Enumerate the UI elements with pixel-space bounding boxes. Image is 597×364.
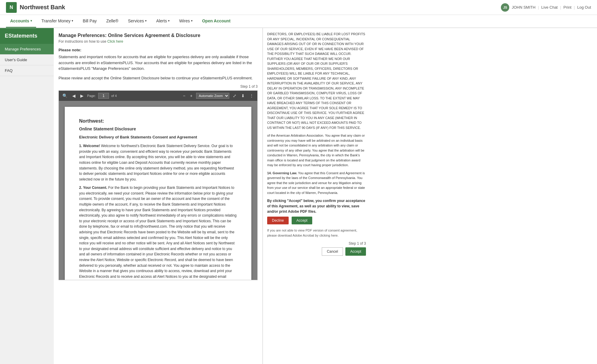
zoom-in-button[interactable]: + (189, 93, 194, 99)
download-icon[interactable]: ⬇ (240, 93, 246, 99)
pdf-section1-title: 1. Welcome! (79, 144, 100, 148)
page-label: Page: (87, 94, 96, 98)
chevron-down-icon: ▾ (145, 19, 147, 22)
more-options-icon[interactable]: ⋮ (248, 93, 255, 99)
separator: | (538, 5, 539, 10)
zoom-select[interactable]: Automatic Zoom (196, 93, 229, 99)
legal-para14-body: 14. Governing Law. You agree that this C… (267, 171, 366, 195)
pdf-section2-body: For the Bank to begin providing your Ban… (79, 186, 236, 280)
please-note-label: Please note: (59, 48, 258, 52)
cancel-button[interactable]: Cancel (322, 247, 343, 256)
confirm-text: By clicking "Accept" below, you confirm … (267, 198, 366, 214)
page-total: of 4 (111, 94, 117, 98)
pdf-heading3: Electronic Delivery of Bank Statements C… (79, 134, 237, 140)
review-text: Please review and accept the Online Stat… (59, 76, 258, 80)
chevron-down-icon: ▾ (72, 19, 73, 22)
pdf-section2: 2. Your Consent. For the Bank to begin p… (79, 185, 237, 280)
content-area: Manage Preferences: Online Services Agre… (54, 28, 597, 364)
print-link[interactable]: Print (564, 5, 572, 10)
chevron-down-icon: ▾ (30, 19, 32, 22)
search-icon[interactable]: 🔍 (61, 93, 69, 99)
zoom-out-button[interactable]: − (182, 93, 187, 99)
sidebar-item-manage-preferences[interactable]: Manage Preferences (0, 44, 54, 55)
nav-item-services[interactable]: Services ▾ (124, 15, 151, 28)
page-number-input[interactable] (98, 93, 109, 99)
main-container: EStatements Manage Preferences User's Gu… (0, 28, 597, 364)
note-text: Statements and important notices for acc… (59, 54, 258, 72)
final-accept-button[interactable]: Accept (345, 247, 366, 256)
pdf-page: Northwest: Online Statement Disclosure E… (65, 107, 251, 280)
adobe-note: If you are not able to view PDF version … (267, 228, 366, 238)
legal-para1: DIRECTORS, OR EMPLOYEES) BE LIABLE FOR L… (267, 32, 366, 130)
bank-logo-icon: N (6, 2, 17, 13)
pdf-title: Northwest: (79, 118, 237, 125)
legal-heading14: 14. Governing Law. (267, 171, 297, 175)
nav-item-alerts[interactable]: Alerts ▾ (152, 15, 174, 28)
nav-item-bill-pay[interactable]: Bill Pay (79, 15, 101, 28)
click-here-link[interactable]: Click here (107, 39, 123, 44)
pdf-section1-body: Welcome to Northwest's Electronic Bank S… (79, 144, 234, 181)
sidebar-menu: Manage Preferences User's Guide FAQ (0, 44, 54, 76)
pdf-section1: 1. Welcome! Welcome to Northwest's Elect… (79, 143, 237, 182)
logo-area: N Northwest Bank (6, 2, 65, 13)
next-page-button[interactable]: ▶ (79, 93, 85, 99)
sidebar-item-users-guide[interactable]: User's Guide (0, 55, 54, 65)
separator: | (574, 5, 575, 10)
user-avatar: JS (501, 3, 509, 12)
pdf-subtitle: Online Statement Disclosure (79, 126, 237, 132)
expand-icon[interactable]: ⤢ (232, 93, 238, 99)
pdf-section2-title: 2. Your Consent. (79, 186, 107, 190)
nav-item-accounts[interactable]: Accounts ▾ (6, 15, 36, 28)
decline-button[interactable]: Decline (267, 217, 289, 224)
main-nav: Accounts ▾ Transfer Money ▾ Bill Pay Zel… (0, 15, 597, 28)
separator: | (560, 5, 561, 10)
step-indicator: Step 1 of 3 (59, 84, 258, 89)
chevron-down-icon: ▾ (191, 19, 193, 22)
pdf-toolbar: 🔍 ◀ ▶ Page: of 4 − + Automatic Zoom ⤢ ⬇ … (59, 91, 257, 101)
header: N Northwest Bank JS JOHN SMITH | Live Ch… (0, 0, 597, 15)
bottom-btn-row: Cancel Accept (267, 247, 366, 256)
logout-link[interactable]: Log Out (577, 5, 591, 10)
user-name[interactable]: JOHN SMITH (512, 5, 535, 10)
sidebar: EStatements Manage Preferences User's Gu… (0, 28, 54, 364)
legal-panel: DIRECTORS, OR EMPLOYEES) BE LIABLE FOR L… (263, 28, 370, 364)
legal-step-indicator: Step 1 of 3 (267, 241, 366, 246)
subtitle: For instructions on how to use Click her… (59, 39, 258, 44)
action-buttons: Decline Accept (267, 217, 366, 224)
prev-page-button[interactable]: ◀ (71, 93, 77, 99)
doc-panel: Manage Preferences: Online Services Agre… (54, 28, 263, 364)
nav-item-wires[interactable]: Wires ▾ (175, 15, 197, 28)
nav-item-transfer-money[interactable]: Transfer Money ▾ (37, 15, 78, 28)
page-title: EStatements (0, 28, 54, 44)
pdf-viewer: 🔍 ◀ ▶ Page: of 4 − + Automatic Zoom ⤢ ⬇ … (59, 90, 258, 280)
nav-item-zelle[interactable]: Zelle® (102, 15, 123, 28)
section-heading: Manage Preferences: Online Services Agre… (59, 33, 258, 38)
accept-button[interactable]: Accept (292, 217, 312, 224)
nav-item-open-account[interactable]: Open Account (198, 15, 235, 28)
legal-para14-lead: of the American Arbitration Association.… (267, 133, 366, 168)
header-right: JS JOHN SMITH | Live Chat | Print | Log … (501, 3, 591, 12)
sidebar-item-faq[interactable]: FAQ (0, 65, 54, 76)
pdf-content: Northwest: Online Statement Disclosure E… (59, 101, 257, 280)
chevron-down-icon: ▾ (168, 19, 170, 22)
adobe-link[interactable]: here (331, 234, 338, 237)
live-chat-link[interactable]: Live Chat (541, 5, 558, 10)
bank-name: Northwest Bank (20, 4, 65, 11)
